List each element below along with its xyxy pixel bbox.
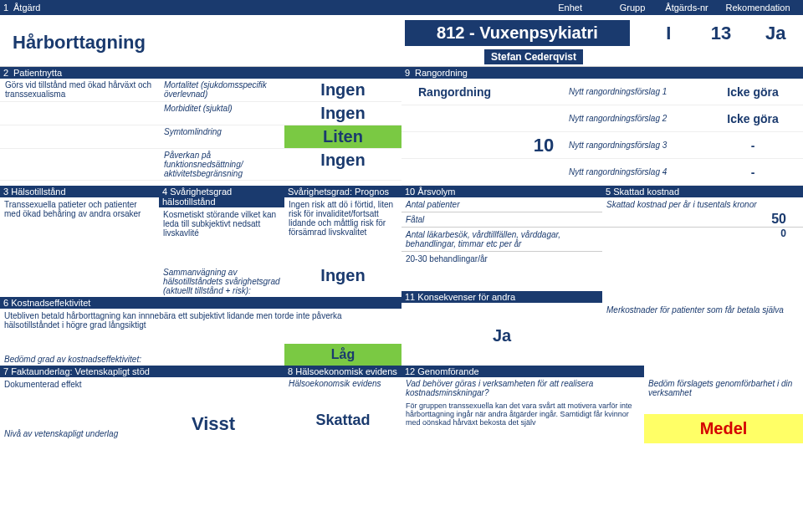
merkostnader: Merkostnader för patienter som får betal… — [602, 303, 803, 317]
head-arsvolym: 10 Årsvolym — [402, 186, 602, 197]
column-header-row: 1 Åtgärd Enhet Grupp Åtgärds-nr Rekomend… — [0, 0, 803, 15]
hdr-rek: Rekomendation — [716, 3, 800, 13]
patientnytta-desc: Görs vid tillstånd med ökad hårväxt och … — [0, 79, 159, 101]
head-prognos: Svårighetsgrad: Prognos — [284, 186, 402, 197]
top-section: Hårborttagning 812 - Vuxenpsykiatri I 13… — [0, 15, 803, 67]
rang-val-1: Icke göra — [711, 85, 795, 99]
hdr-enhet: Enhet — [482, 3, 607, 13]
enhet-badge: 812 - Vuxenpsykiatri — [405, 20, 630, 46]
samman-val: Ingen — [284, 266, 402, 297]
pn-row2-label: Symtomlindring — [159, 125, 284, 148]
rang-score: 10 — [519, 135, 569, 156]
hdr-num: 1 — [3, 3, 13, 13]
hdr-grupp: Grupp — [607, 3, 657, 13]
head-genomforande: 12 Genomförande — [402, 366, 644, 377]
head-halsoekonomisk: 8 Hälsoekonomisk evidens — [284, 366, 402, 377]
rang-val-3: - — [711, 139, 795, 152]
head-svarighet: 4 Svårighetsgrad hälsotillstånd — [159, 186, 284, 207]
svarighet-body: Kosmetiskt störande vilket kan leda till… — [159, 207, 284, 240]
genomforande-body: För gruppen transsexuella kan det vara s… — [402, 399, 644, 429]
grupp-value: I — [647, 23, 691, 44]
konsekvenser-ja: Ja — [402, 326, 602, 345]
pn-row2-val: Liten — [284, 125, 402, 148]
head-rangordning: 9 Rangordning — [402, 67, 803, 79]
atgardsnr-value: 13 — [699, 23, 744, 44]
arsvolym-fatal: Fåtal — [402, 212, 602, 228]
halsotillstand-body: Transsexuella patieter och patienter med… — [0, 197, 159, 221]
head-faktaunderlag: 7 Faktaunderlag: Vetenskapligt stöd — [0, 366, 284, 377]
section-3-row: 3 Hälsotillstånd Transsexuella patieter … — [0, 186, 803, 266]
pn-row3-val: Ingen — [284, 149, 402, 180]
page-title: Hårborttagning — [13, 32, 393, 54]
rang-val-2: Icke göra — [711, 112, 795, 125]
rang-val-4: - — [711, 166, 795, 179]
head-patientnytta: 2 Patientnytta — [0, 67, 402, 79]
kostnad-lag: Låg — [284, 344, 402, 366]
arsvolym-behandlingar: 20-30 behandlingar/år — [402, 252, 602, 266]
kostnad-body: Utebliven betald hårborttagning kan innn… — [0, 309, 402, 332]
head-skattad-kostnad: 5 Skattad kostnad — [602, 186, 803, 197]
row-patientnytta-rangordning: 2 Patientnytta Görs vid tillstånd med ök… — [0, 67, 803, 186]
pn-row3-label: Påverkan på funktionsnedsättning/ aktivi… — [159, 149, 284, 180]
section-7-8-12: 7 Faktaunderlag: Vetenskapligt stöd Doku… — [0, 366, 803, 443]
kostnad-0: 0 — [602, 228, 803, 239]
pn-row1-label: Morbiditet (sjuktal) — [159, 102, 284, 125]
author-badge: Stefan Cederqvist — [484, 49, 583, 64]
rangordning-title: Rangordning — [402, 85, 519, 99]
hdr-nr: Åtgärds-nr — [657, 3, 716, 13]
rekomendation-value: Ja — [751, 23, 800, 44]
pn-row0-val: Ingen — [284, 79, 402, 101]
pn-row0-label: Mortalitet (sjukdomsspecifik överlevnad) — [159, 79, 284, 101]
kostnad-50: 50 — [602, 212, 803, 228]
section-6-11: Sammanvägning av hälsotillståndets svåri… — [0, 266, 803, 366]
prognos-body: Ingen risk att dö i förtid, liten risk f… — [284, 197, 402, 239]
skattad-val: Skattad — [284, 405, 402, 436]
head-halsotillstand: 3 Hälsotillstånd — [0, 186, 159, 197]
pn-row1-val: Ingen — [284, 102, 402, 125]
medel-val: Medel — [644, 414, 803, 443]
head-kostnadseffektivitet: 6 Kostnadseffektivitet — [0, 297, 402, 309]
hdr-action: Åtgärd — [13, 3, 482, 13]
head-konsekvenser: 11 Konsekvenser för andra — [402, 291, 602, 303]
visst-val: Visst — [142, 408, 284, 440]
